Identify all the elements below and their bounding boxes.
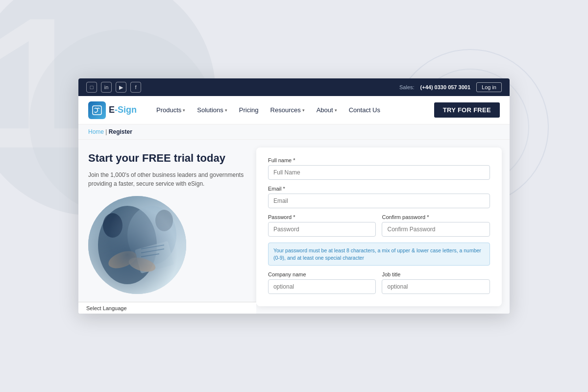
job-title-group: Job title bbox=[382, 271, 490, 294]
logo-svg bbox=[92, 105, 102, 116]
password-label: Password * bbox=[268, 214, 376, 220]
nav-label-about: About bbox=[317, 106, 333, 114]
social-icons-group: □ in ▶ f bbox=[86, 82, 141, 93]
page-description: Join the 1,000's of other business leade… bbox=[88, 171, 246, 188]
main-content: Start your FREE trial today Join the 1,0… bbox=[78, 140, 510, 314]
breadcrumb-current: Register bbox=[109, 128, 132, 135]
youtube-icon[interactable]: ▶ bbox=[116, 82, 126, 93]
confirm-password-input[interactable] bbox=[382, 222, 490, 237]
nav-label-pricing: Pricing bbox=[239, 106, 259, 114]
email-input[interactable] bbox=[268, 194, 490, 208]
top-bar: □ in ▶ f Sales: (+44) 0330 057 3001 Log … bbox=[78, 78, 510, 96]
nav-label-contact: Contact Us bbox=[349, 106, 380, 114]
breadcrumb: Home | Register bbox=[78, 124, 510, 140]
nav-item-contact[interactable]: Contact Us bbox=[344, 103, 385, 117]
top-bar-right: Sales: (+44) 0330 057 3001 Log in bbox=[399, 82, 502, 92]
svg-rect-0 bbox=[93, 106, 101, 115]
nav-item-pricing[interactable]: Pricing bbox=[234, 103, 264, 117]
sales-label: Sales: bbox=[399, 84, 415, 90]
products-dropdown-icon: ▾ bbox=[183, 108, 185, 113]
confirm-password-label: Confirm password * bbox=[382, 214, 490, 220]
sales-number: (+44) 0330 057 3001 bbox=[420, 84, 470, 90]
job-title-input[interactable] bbox=[382, 279, 490, 294]
hero-image bbox=[88, 196, 186, 294]
nav-label-solutions: Solutions bbox=[197, 106, 223, 114]
password-group: Password * bbox=[268, 214, 376, 237]
fullname-label: Full name * bbox=[268, 157, 490, 163]
facebook-icon[interactable]: f bbox=[130, 82, 141, 93]
nav-right: TRY FOR FREE bbox=[434, 102, 500, 118]
email-group: Email * bbox=[268, 186, 490, 208]
page-heading: Start your FREE trial today bbox=[88, 151, 246, 166]
logo-icon bbox=[88, 101, 106, 119]
left-panel: Start your FREE trial today Join the 1,0… bbox=[78, 140, 256, 314]
nav-bar: E-Sign Products ▾ Solutions ▾ Pricing Re… bbox=[78, 96, 510, 124]
registration-form: Full name * Email * Password * bbox=[256, 147, 502, 306]
nav-item-products[interactable]: Products ▾ bbox=[151, 103, 190, 117]
nav-item-solutions[interactable]: Solutions ▾ bbox=[192, 103, 232, 117]
try-free-button[interactable]: TRY FOR FREE bbox=[434, 102, 500, 118]
select-language-bar[interactable]: Select Language bbox=[78, 302, 256, 314]
nav-label-products: Products bbox=[156, 106, 181, 114]
confirm-password-group: Confirm password * bbox=[382, 214, 490, 237]
instagram-icon[interactable]: □ bbox=[86, 82, 97, 93]
nav-links: Products ▾ Solutions ▾ Pricing Resources… bbox=[151, 103, 434, 117]
hero-image-inner bbox=[88, 196, 186, 294]
linkedin-icon[interactable]: in bbox=[101, 82, 112, 93]
password-input[interactable] bbox=[268, 222, 376, 237]
resources-dropdown-icon: ▾ bbox=[302, 108, 305, 113]
nav-item-resources[interactable]: Resources ▾ bbox=[266, 103, 310, 117]
solutions-dropdown-icon: ▾ bbox=[225, 108, 227, 113]
browser-window: □ in ▶ f Sales: (+44) 0330 057 3001 Log … bbox=[78, 78, 510, 314]
breadcrumb-home[interactable]: Home bbox=[88, 128, 104, 135]
fullname-input[interactable] bbox=[268, 165, 490, 180]
nav-item-about[interactable]: About ▾ bbox=[312, 103, 342, 117]
company-name-group: Company name bbox=[268, 271, 376, 294]
job-title-label: Job title bbox=[382, 271, 490, 277]
company-name-label: Company name bbox=[268, 271, 376, 277]
email-label: Email * bbox=[268, 186, 490, 192]
company-job-row: Company name Job title bbox=[268, 271, 490, 300]
password-row: Password * Confirm password * bbox=[268, 214, 490, 243]
logo-text: E-Sign bbox=[109, 105, 137, 115]
fullname-group: Full name * bbox=[268, 157, 490, 180]
login-button[interactable]: Log in bbox=[476, 82, 502, 92]
company-name-input[interactable] bbox=[268, 279, 376, 294]
about-dropdown-icon: ▾ bbox=[335, 108, 337, 113]
logo-area: E-Sign bbox=[88, 101, 137, 119]
nav-label-resources: Resources bbox=[270, 106, 301, 114]
photo-overlay bbox=[88, 196, 186, 294]
password-hint: Your password must be at least 8 charact… bbox=[268, 243, 490, 266]
